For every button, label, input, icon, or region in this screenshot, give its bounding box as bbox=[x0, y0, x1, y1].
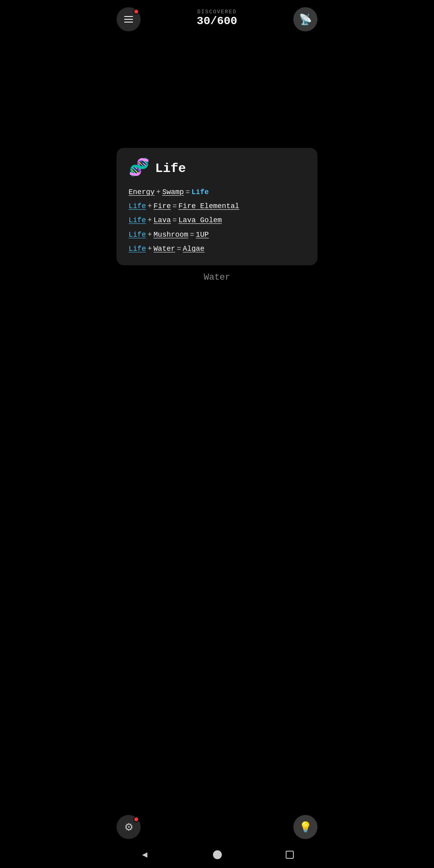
life-info-card: 🧬 Life Energy + Swamp = Life Life + Fire bbox=[117, 148, 317, 265]
recipe-row: Energy + Swamp = Life bbox=[129, 187, 305, 197]
back-icon: ◄ bbox=[140, 850, 149, 860]
discovered-count: 30/600 bbox=[197, 15, 237, 27]
ingredient-swamp[interactable]: Swamp bbox=[162, 187, 184, 197]
spin-notification-dot bbox=[133, 817, 139, 822]
result-life[interactable]: Life bbox=[191, 187, 209, 197]
ingredient-lava[interactable]: Lava bbox=[154, 215, 171, 225]
discovered-label: DISCOVERED bbox=[197, 9, 237, 15]
result-algae[interactable]: Algae bbox=[183, 244, 205, 254]
spin-icon: ⚙ bbox=[124, 821, 133, 833]
operator-plus-3: + bbox=[147, 215, 152, 225]
home-icon bbox=[213, 850, 222, 859]
ingredient-water[interactable]: Water bbox=[154, 244, 175, 254]
water-label: Water bbox=[117, 272, 317, 283]
card-title: Life bbox=[155, 161, 186, 176]
operator-plus-4: + bbox=[147, 230, 152, 240]
ingredient-mushroom[interactable]: Mushroom bbox=[154, 230, 188, 240]
ingredient-energy[interactable]: Energy bbox=[129, 187, 155, 197]
menu-notification-dot bbox=[133, 9, 139, 14]
recipe-row: Life + Fire = Fire Elemental bbox=[129, 201, 305, 211]
operator-equals-2: = bbox=[172, 201, 177, 211]
discovered-info: DISCOVERED 30/600 bbox=[197, 7, 237, 27]
recipe-row: Life + Lava = Lava Golem bbox=[129, 215, 305, 225]
operator-equals-3: = bbox=[172, 215, 177, 225]
ingredient-life-5[interactable]: Life bbox=[129, 244, 146, 254]
operator-plus-5: + bbox=[147, 244, 152, 254]
operator-equals-5: = bbox=[177, 244, 181, 254]
recipe-list: Energy + Swamp = Life Life + Fire = Fire… bbox=[129, 187, 305, 254]
operator-equals-1: = bbox=[186, 187, 190, 197]
nav-back-button[interactable]: ◄ bbox=[140, 850, 149, 860]
radar-button[interactable]: 📡 bbox=[293, 7, 317, 31]
top-bar: DISCOVERED 30/600 📡 bbox=[108, 0, 326, 35]
ingredient-life-2[interactable]: Life bbox=[129, 201, 146, 211]
recipe-row: Life + Mushroom = 1UP bbox=[129, 230, 305, 240]
ingredient-life-4[interactable]: Life bbox=[129, 230, 146, 240]
spin-button[interactable]: ⚙ bbox=[117, 815, 141, 839]
lightbulb-button[interactable]: 💡 bbox=[293, 815, 317, 839]
square-icon bbox=[286, 851, 294, 859]
operator-equals-4: = bbox=[190, 230, 194, 240]
card-header: 🧬 Life bbox=[129, 160, 305, 177]
operator-plus-2: + bbox=[147, 201, 152, 211]
bottom-buttons: ⚙ 💡 bbox=[108, 811, 326, 845]
radar-icon: 📡 bbox=[299, 13, 312, 26]
result-1up[interactable]: 1UP bbox=[196, 230, 209, 240]
ingredient-fire[interactable]: Fire bbox=[154, 201, 171, 211]
menu-button[interactable] bbox=[117, 7, 141, 31]
recipe-row: Life + Water = Algae bbox=[129, 244, 305, 254]
hamburger-icon bbox=[124, 16, 133, 23]
main-content: 🧬 Life Energy + Swamp = Life Life + Fire bbox=[108, 35, 326, 283]
ingredient-life-3[interactable]: Life bbox=[129, 215, 146, 225]
nav-bar: ◄ bbox=[108, 845, 326, 868]
lightbulb-icon: 💡 bbox=[299, 821, 312, 833]
bottom-controls: ⚙ 💡 ◄ bbox=[108, 811, 326, 868]
life-icon: 🧬 bbox=[129, 160, 149, 177]
operator-plus-1: + bbox=[156, 187, 161, 197]
result-fire-elemental[interactable]: Fire Elemental bbox=[178, 201, 239, 211]
nav-home-button[interactable] bbox=[213, 850, 222, 859]
nav-square-button[interactable] bbox=[286, 851, 294, 859]
result-lava-golem[interactable]: Lava Golem bbox=[178, 215, 222, 225]
